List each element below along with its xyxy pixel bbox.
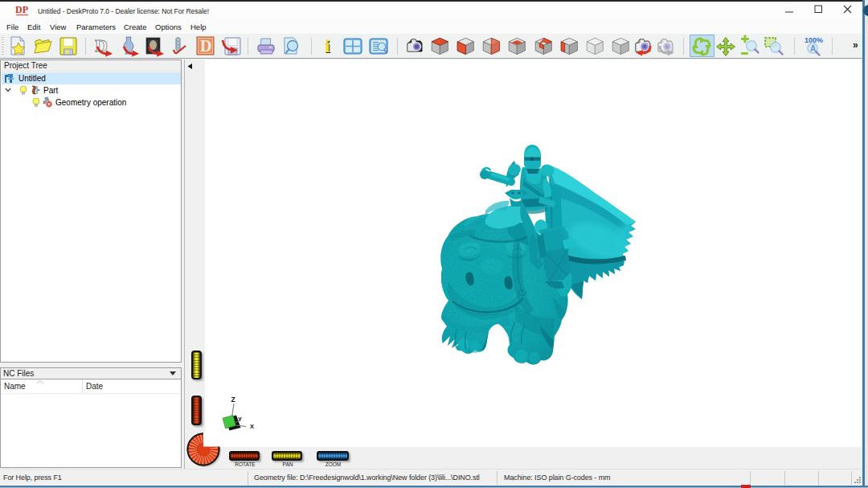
svg-text:Y: Y xyxy=(238,416,242,423)
svg-text:X: X xyxy=(250,423,254,430)
svg-text:Z: Z xyxy=(231,396,235,404)
svg-text:D: D xyxy=(200,37,211,55)
svg-text:DP: DP xyxy=(15,4,28,15)
svg-text:i: i xyxy=(325,35,330,56)
svg-text:A: A xyxy=(810,44,816,53)
